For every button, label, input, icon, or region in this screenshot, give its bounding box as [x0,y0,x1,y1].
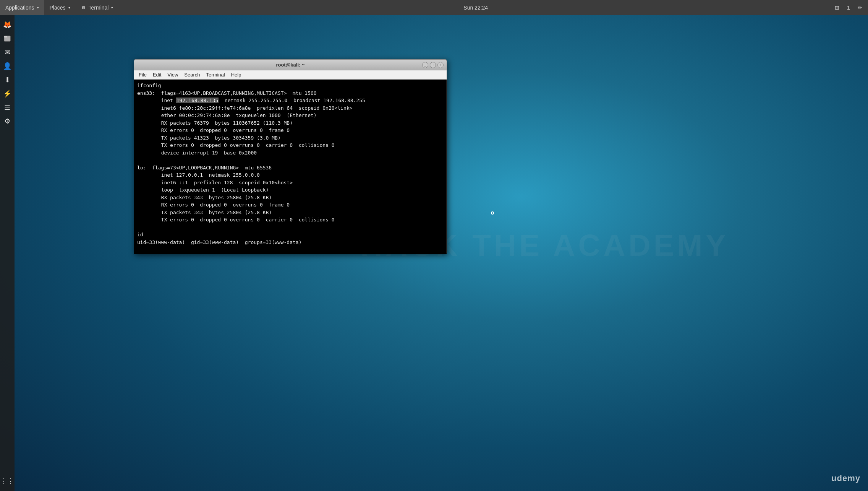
terminal-chevron: ▾ [111,6,113,10]
list-icon[interactable]: ☰ [1,101,13,114]
terminal-controls: _ □ × [422,62,444,68]
cursor [491,211,494,215]
svg-rect-1 [4,36,7,37]
menu-terminal[interactable]: Terminal [203,70,228,80]
close-button[interactable]: × [437,62,444,68]
files-icon[interactable] [1,33,13,45]
mail-icon[interactable]: ✉ [1,46,13,59]
tools-icon[interactable]: ⚡ [1,88,13,100]
download-icon[interactable]: ⬇ [1,74,13,86]
places-chevron: ▾ [68,6,70,10]
applications-chevron: ▾ [37,6,39,10]
terminal-content[interactable]: ifconfig ens33: flags=4163<UP,BROADCAST,… [134,80,447,254]
taskbar-right: ⊞ 1 ✏ [833,3,868,12]
network-icon[interactable]: ⊞ [833,3,841,12]
maximize-button[interactable]: □ [430,62,436,68]
udemy-text: udemy [831,473,860,483]
taskbar-left: Applications ▾ Places ▾ 🖥 Terminal ▾ [0,0,118,15]
terminal-label: Terminal [89,5,109,11]
terminal-icon-small: 🖥 [81,5,86,10]
terminal-titlebar: root@kali: ~ _ □ × [134,60,447,70]
counter-icon[interactable]: 1 [844,3,853,12]
menu-help[interactable]: Help [228,70,245,80]
udemy-logo: udemy [831,473,860,483]
places-menu[interactable]: Places ▾ [44,0,76,15]
menu-search[interactable]: Search [181,70,203,80]
terminal-menu[interactable]: 🖥 Terminal ▾ [76,0,119,15]
terminal-menubar: File Edit View Search Terminal Help [134,70,447,80]
menu-view[interactable]: View [164,70,181,80]
applications-label: Applications [5,5,34,11]
sidebar-dock: 🦊 ✉ 👤 ⬇ ⚡ ☰ ⚙ ⋮⋮ [0,15,15,491]
firefox-icon[interactable]: 🦊 [1,19,13,31]
taskbar-clock: Sun 22:24 [118,5,833,11]
datetime-display: Sun 22:24 [463,5,488,11]
taskbar: Applications ▾ Places ▾ 🖥 Terminal ▾ Sun… [0,0,868,15]
edit-icon[interactable]: ✏ [856,3,864,12]
menu-file[interactable]: File [136,70,150,80]
grid-icon[interactable]: ⋮⋮ [1,475,13,487]
terminal-window: root@kali: ~ _ □ × File Edit View Search… [134,59,447,254]
applications-menu[interactable]: Applications ▾ [0,0,44,15]
places-label: Places [50,5,66,11]
gear-icon[interactable]: ⚙ [1,115,13,127]
person-icon[interactable]: 👤 [1,60,13,72]
minimize-button[interactable]: _ [422,62,428,68]
terminal-title: root@kali: ~ [276,62,304,68]
menu-edit[interactable]: Edit [150,70,164,80]
terminal-output: ifconfig ens33: flags=4163<UP,BROADCAST,… [137,82,444,246]
